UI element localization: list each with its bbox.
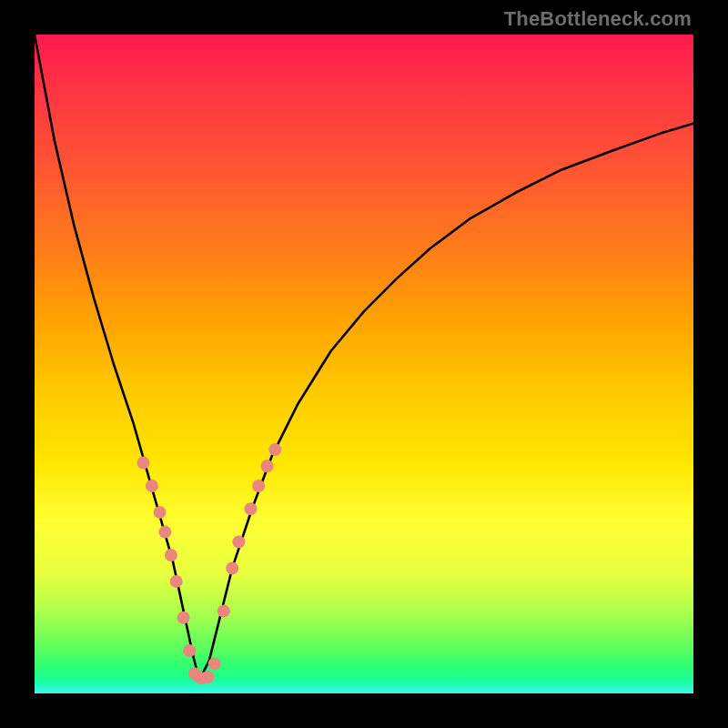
marker-dot [158,526,171,539]
marker-dot [136,457,149,470]
marker-dot [154,506,167,519]
marker-dot [208,657,221,670]
marker-dot [183,644,196,657]
marker-dot [261,460,274,472]
marker-dot [201,671,214,683]
marker-dot [252,480,265,492]
marker-dot [170,575,183,588]
marker-dot [217,605,230,618]
marker-dot [165,549,177,561]
marker-dot [226,561,238,574]
plot-area [35,35,693,693]
marker-dot [177,612,190,624]
marker-dot [146,480,158,492]
watermark-text: TheBottleneck.com [504,7,692,31]
marker-dot [244,502,257,515]
marker-dot [232,535,245,548]
curve-path [35,35,693,681]
marker-dot [268,443,281,456]
chart-frame: TheBottleneck.com [0,0,728,728]
chart-svg [35,35,693,693]
